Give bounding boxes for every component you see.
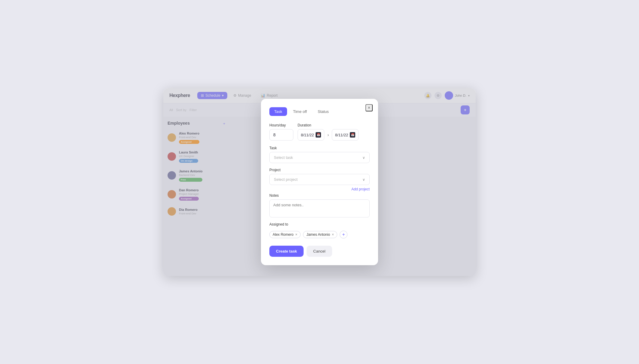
assignee-tag-1: James Antonio × (303, 231, 337, 238)
add-assignee-button[interactable]: + (340, 231, 347, 238)
duration-date-wrap: 8/11/22 📅 › 8/11/22 📅 (298, 129, 370, 141)
hours-per-day-input[interactable] (269, 129, 293, 141)
end-date-value: 8/11/22 (335, 133, 348, 137)
assigned-to-label: Assigned to (269, 222, 370, 226)
app-shell: Hexphere ⊞ Schedule ▾ ⚙ Manage 📊 Report … (163, 88, 476, 276)
assignees-list: Alex Romero × James Antonio × + (269, 231, 370, 238)
hours-per-day-group: Hours/day (269, 123, 293, 141)
end-date-picker[interactable]: 8/11/22 📅 (332, 129, 359, 141)
chevron-down-icon-2: ∨ (362, 177, 365, 182)
modal-backdrop: × Task Time off Status Hours/day Duratio… (163, 88, 476, 276)
add-project-link[interactable]: Add project (351, 187, 370, 191)
task-group: Task Select task ∨ (269, 146, 370, 163)
cancel-button[interactable]: Cancel (307, 246, 332, 257)
assignee-name: James Antonio (306, 232, 330, 237)
project-label: Project (269, 168, 370, 172)
tab-task[interactable]: Task (269, 107, 287, 116)
modal-close-button[interactable]: × (365, 104, 373, 111)
notes-group: Notes (269, 193, 370, 217)
task-select[interactable]: Select task ∨ (269, 152, 370, 163)
add-project-link-container: Add project (269, 186, 370, 192)
date-arrow-icon: › (327, 132, 329, 137)
calendar-icon-2: 📅 (350, 132, 355, 138)
hours-duration-row: Hours/day Duration 8/11/22 📅 › 8/11/22 📅 (269, 123, 370, 141)
task-placeholder: Select task (274, 155, 293, 160)
assignee-tag-0: Alex Romero × (269, 231, 301, 238)
hours-per-day-label: Hours/day (269, 123, 293, 127)
create-task-modal: × Task Time off Status Hours/day Duratio… (261, 99, 378, 265)
modal-tabs: Task Time off Status (269, 107, 370, 116)
notes-label: Notes (269, 193, 370, 198)
create-task-button[interactable]: Create task (269, 246, 304, 257)
remove-assignee-button[interactable]: × (295, 233, 297, 236)
project-placeholder: Select project (274, 177, 298, 182)
modal-footer: Create task Cancel (269, 246, 370, 257)
project-group: Project Select project ∨ (269, 168, 370, 185)
remove-assignee-button-2[interactable]: × (332, 233, 334, 236)
duration-group: Duration 8/11/22 📅 › 8/11/22 📅 (298, 123, 370, 141)
start-date-picker[interactable]: 8/11/22 📅 (298, 129, 324, 141)
tab-status[interactable]: Status (313, 107, 334, 116)
start-date-value: 8/11/22 (301, 133, 314, 137)
assignee-name: Alex Romero (273, 232, 293, 237)
calendar-icon: 📅 (316, 132, 321, 138)
project-select[interactable]: Select project ∨ (269, 174, 370, 185)
assigned-to-group: Assigned to Alex Romero × James Antonio … (269, 222, 370, 238)
notes-textarea[interactable] (269, 199, 370, 217)
chevron-down-icon: ∨ (362, 156, 365, 160)
tab-time-off[interactable]: Time off (288, 107, 312, 116)
duration-label: Duration (298, 123, 370, 127)
task-label: Task (269, 146, 370, 150)
